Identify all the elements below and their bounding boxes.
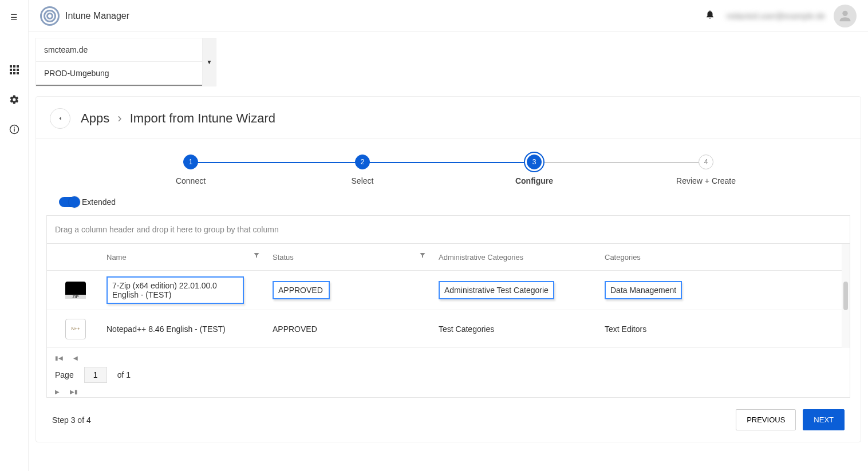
admin-categories-cell-input[interactable]: Administrative Test Categorie xyxy=(439,281,554,299)
back-button[interactable] xyxy=(50,108,70,129)
pager-first-icon[interactable]: ▮◀ xyxy=(55,355,63,361)
user-email: redacted.user@example.de xyxy=(727,11,825,21)
next-button[interactable]: NEXT xyxy=(803,409,845,430)
side-nav: ☰ xyxy=(0,0,29,471)
grid-vertical-scrollbar[interactable] xyxy=(842,244,850,348)
apps-grid: Drag a column header and drop it here to… xyxy=(46,215,850,398)
breadcrumb-page: Import from Intune Wizard xyxy=(130,111,275,125)
admin-categories-cell[interactable]: Test Categories xyxy=(436,319,602,339)
grid-pager: ▮◀ ◀ Page of 1 ▶ ▶▮ xyxy=(47,348,850,397)
tenant-environment-selector[interactable]: smcteam.de PROD-Umgebung ▼ xyxy=(35,38,216,86)
filter-icon[interactable] xyxy=(419,252,426,260)
step-review-create[interactable]: 4 Review + Create xyxy=(620,155,792,185)
breadcrumb-root[interactable]: Apps xyxy=(81,111,109,125)
svg-rect-7 xyxy=(13,72,15,74)
pager-next-icon[interactable]: ▶ xyxy=(55,389,60,395)
svg-rect-2 xyxy=(17,65,19,68)
svg-rect-10 xyxy=(14,129,15,132)
app-title: Intune Manager xyxy=(65,11,129,21)
notifications-bell-icon[interactable] xyxy=(705,9,715,22)
svg-rect-4 xyxy=(13,69,15,71)
categories-cell[interactable]: Text Editors xyxy=(602,319,768,339)
svg-rect-11 xyxy=(14,127,15,128)
step-indicator: Step 3 of 4 xyxy=(52,415,91,425)
wizard-stepper: 1 Connect 2 Select 3 Configure 4 Review … xyxy=(36,138,861,191)
step-select[interactable]: 2 Select xyxy=(277,155,448,185)
pager-page-label: Page xyxy=(55,370,74,379)
column-name[interactable]: Name xyxy=(104,244,270,270)
table-row[interactable]: 7-Zip (x64 edition) 22.01.00.0 English -… xyxy=(47,271,842,310)
status-cell-input[interactable]: APPROVED xyxy=(273,281,330,299)
svg-rect-5 xyxy=(17,69,19,71)
name-cell[interactable]: Notepad++ 8.46 English - (TEST) xyxy=(104,319,270,339)
svg-rect-6 xyxy=(10,72,12,74)
name-cell-input[interactable]: 7-Zip (x64 edition) 22.01.00.0 English -… xyxy=(106,276,244,304)
column-categories[interactable]: Categories xyxy=(602,244,768,270)
categories-cell-input[interactable]: Data Management xyxy=(605,281,682,299)
pager-page-input[interactable] xyxy=(84,367,107,383)
environment-row[interactable]: PROD-Umgebung xyxy=(36,62,202,86)
table-row[interactable]: N++ Notepad++ 8.46 English - (TEST) APPR… xyxy=(47,310,842,348)
column-admin-categories[interactable]: Administrative Categories xyxy=(436,244,602,270)
top-bar: Intune Manager redacted.user@example.de xyxy=(29,0,868,32)
app-logo-icon xyxy=(40,6,60,26)
pager-prev-icon[interactable]: ◀ xyxy=(73,355,78,361)
hamburger-icon[interactable]: ☰ xyxy=(3,6,26,29)
breadcrumb: Apps › Import from Intune Wizard xyxy=(81,111,275,126)
previous-button[interactable]: PREVIOUS xyxy=(736,409,796,430)
column-status[interactable]: Status xyxy=(270,244,436,270)
svg-point-12 xyxy=(842,10,847,15)
settings-gear-icon[interactable] xyxy=(3,88,26,111)
selector-caret-icon[interactable]: ▼ xyxy=(202,38,216,86)
notepadpp-app-icon: N++ xyxy=(65,319,86,339)
svg-rect-1 xyxy=(13,65,15,68)
extended-toggle-label: Extended xyxy=(82,197,116,207)
wizard-card: Apps › Import from Intune Wizard 1 Conne… xyxy=(35,96,861,442)
filter-icon[interactable] xyxy=(253,252,260,260)
7zip-app-icon xyxy=(65,282,86,299)
svg-rect-8 xyxy=(17,72,19,74)
apps-grid-icon[interactable] xyxy=(3,58,26,81)
tenant-row[interactable]: smcteam.de xyxy=(36,38,202,62)
info-icon[interactable] xyxy=(3,118,26,141)
extended-toggle[interactable] xyxy=(59,197,80,207)
chevron-right-icon: › xyxy=(117,111,121,125)
grid-header: Name Status Adminis xyxy=(47,244,842,271)
svg-rect-0 xyxy=(10,65,12,68)
user-avatar-icon[interactable] xyxy=(834,5,857,27)
pager-last-icon[interactable]: ▶▮ xyxy=(70,389,78,395)
status-cell[interactable]: APPROVED xyxy=(270,319,436,339)
step-connect[interactable]: 1 Connect xyxy=(105,155,277,185)
scroll-thumb[interactable] xyxy=(843,282,848,310)
step-configure[interactable]: 3 Configure xyxy=(448,155,620,185)
svg-rect-3 xyxy=(10,69,12,71)
group-by-hint[interactable]: Drag a column header and drop it here to… xyxy=(47,216,850,244)
